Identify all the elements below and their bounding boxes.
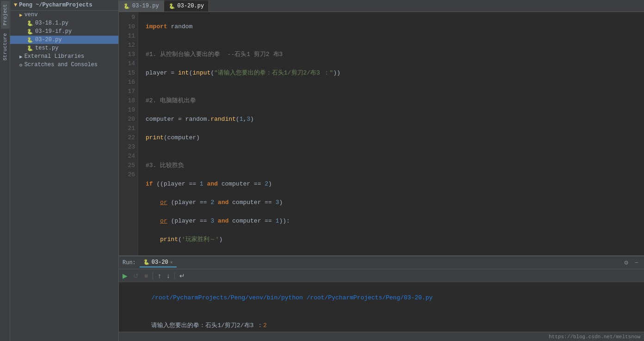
sidebar-item-scratches[interactable]: ⊙ Scratches and Consoles (10, 61, 118, 69)
sidebar: ▼ Peng ~/PycharmProjects ▶ venv 🐍 03-18.… (10, 0, 119, 341)
sidebar-item-03181[interactable]: 🐍 03-18.1.py (10, 19, 118, 27)
py-file-icon: 🐍 (27, 20, 33, 26)
line-num-21: 21 (119, 124, 135, 133)
run-tab-label: 03-20 (152, 259, 168, 266)
editor-tabs: 🐍 03-19.py 🐍 03-20.py (119, 0, 644, 12)
line-num-18: 18 (119, 96, 135, 105)
line-num-24: 24 (119, 152, 135, 161)
run-tab-0320[interactable]: 🐍 03-20 ✕ (140, 258, 177, 267)
run-input-value: 2 (263, 322, 267, 329)
sidebar-item-test[interactable]: 🐍 test.py (10, 44, 118, 52)
line-num-25: 25 (119, 161, 135, 170)
run-output-path: /root/PycharmProjects/Peng/venv/bin/pyth… (123, 284, 640, 312)
run-right-gutter: ⚙ − (622, 259, 640, 267)
run-scroll-down-button[interactable]: ↓ (165, 272, 172, 280)
line-num-10: 10 (119, 22, 135, 31)
code-content[interactable]: import random #1. 从控制台输入要出的拳 --石头1 剪刀2 布… (138, 12, 644, 255)
line-num-11: 11 (119, 31, 135, 41)
code-line-22: print('玩家胜利～') (146, 235, 644, 244)
run-play-button[interactable]: ▶ (121, 272, 129, 280)
run-tab-close[interactable]: ✕ (170, 260, 173, 265)
project-tab[interactable]: Project (1, 1, 9, 29)
run-wrap-button[interactable]: ↵ (178, 272, 187, 280)
folder-icon: ▼ (14, 2, 17, 8)
code-line-12: player = int(input("请输入您要出的拳：石头1/剪刀2/布3 … (146, 68, 644, 78)
line-num-17: 17 (119, 87, 135, 96)
run-divider2 (174, 272, 175, 279)
sidebar-header: ▼ Peng ~/PycharmProjects (10, 0, 118, 11)
code-line-19: if ((player == 1 and computer == 2) (146, 180, 644, 189)
code-line-14: #2. 电脑随机出拳 (146, 96, 644, 105)
code-line-9: import random (146, 22, 644, 31)
run-rerun-button[interactable]: ↺ (131, 272, 141, 280)
folder-icon: ▶ (19, 12, 23, 18)
line-num-20: 20 (119, 115, 135, 124)
code-line-21: or (player == 3 and computer == 1)): (146, 217, 644, 226)
py-file-icon: 🐍 (27, 29, 33, 35)
bottom-url: https://blog.csdn.net/meltsnow (549, 334, 640, 340)
code-line-16: print(computer) (146, 133, 644, 143)
line-num-22: 22 (119, 133, 135, 143)
sidebar-file2-label: 03-19-if.py (35, 28, 72, 35)
structure-tab[interactable]: Structure (1, 31, 9, 63)
sidebar-item-extlibs[interactable]: ▶ External Libraries (10, 52, 118, 61)
sidebar-file4-label: test.py (35, 45, 58, 51)
run-stop-button[interactable]: ■ (142, 272, 150, 280)
bottom-bar: https://blog.csdn.net/meltsnow (119, 332, 644, 341)
tab-0319-label: 03-19.py (132, 3, 159, 9)
line-num-23: 23 (119, 143, 135, 152)
tab-0319[interactable]: 🐍 03-19.py (119, 0, 164, 12)
run-settings-icon[interactable]: ⚙ (622, 259, 630, 267)
main-area: 🐍 03-19.py 🐍 03-20.py 9 10 11 12 13 14 1… (119, 0, 644, 341)
run-prompt-text: 请输入您要出的拳：石头1/剪刀2/布3 ： (151, 322, 263, 329)
sidebar-file1-label: 03-18.1.py (35, 20, 68, 26)
sidebar-header-label: Peng ~/PycharmProjects (19, 2, 92, 8)
run-tab-py-icon: 🐍 (143, 259, 150, 265)
sidebar-item-0319[interactable]: 🐍 03-19-if.py (10, 27, 118, 36)
run-toolbar: Run: 🐍 03-20 ✕ ⚙ − (119, 256, 644, 269)
lib-icon: ▶ (19, 54, 23, 60)
code-line-11: #1. 从控制台输入要出的拳 --石头1 剪刀2 布3 (146, 50, 644, 59)
sidebar-scratches-label: Scratches and Consoles (25, 62, 98, 68)
run-actions: ▶ ↺ ■ ↑ ↓ ↵ (119, 269, 644, 282)
run-path-text: /root/PycharmProjects/Peng/venv/bin/pyth… (151, 294, 433, 301)
run-divider (153, 272, 153, 279)
sidebar-file3-label: 03-20.py (35, 37, 62, 43)
run-scroll-up-button[interactable]: ↑ (156, 272, 163, 280)
py-tab-icon: 🐍 (169, 3, 175, 9)
line-num-12: 12 (119, 41, 135, 50)
code-line-20: or (player == 2 and computer == 3) (146, 198, 644, 207)
vertical-tabs: Project Structure (0, 0, 10, 341)
line-num-9: 9 (119, 13, 135, 22)
scratches-icon: ⊙ (19, 62, 23, 68)
sidebar-venv-label: venv (25, 12, 38, 18)
code-editor: 9 10 11 12 13 14 15 16 17 18 19 20 21 22… (119, 12, 644, 255)
line-numbers: 9 10 11 12 13 14 15 16 17 18 19 20 21 22… (119, 12, 138, 255)
run-output: /root/PycharmProjects/Peng/venv/bin/pyth… (119, 282, 644, 332)
py-file-icon: 🐍 (27, 37, 33, 43)
tab-0320[interactable]: 🐍 03-20.py (164, 0, 209, 12)
py-file-icon: 🐍 (27, 45, 33, 51)
code-line-15: computer = random.randint(1,3) (146, 115, 644, 124)
run-panel-close-icon[interactable]: − (633, 259, 640, 267)
sidebar-extlibs-label: External Libraries (25, 53, 85, 60)
line-num-16: 16 (119, 78, 135, 87)
code-line-18: #3. 比较胜负 (146, 161, 644, 170)
run-label: Run: (123, 260, 136, 266)
sidebar-item-venv[interactable]: ▶ venv (10, 11, 118, 19)
run-output-prompt: 请输入您要出的拳：石头1/剪刀2/布3 ：2 (123, 312, 640, 332)
py-tab-icon: 🐍 (123, 3, 130, 9)
line-num-15: 15 (119, 68, 135, 78)
line-num-26: 26 (119, 170, 135, 180)
run-panel: Run: 🐍 03-20 ✕ ⚙ − ▶ ↺ ■ ↑ ↓ ↵ /root/Pyc… (119, 255, 644, 332)
sidebar-item-0320[interactable]: 🐍 03-20.py (10, 36, 118, 44)
line-num-13: 13 (119, 50, 135, 59)
line-num-14: 14 (119, 59, 135, 68)
line-num-19: 19 (119, 105, 135, 115)
tab-0320-label: 03-20.py (178, 3, 204, 9)
